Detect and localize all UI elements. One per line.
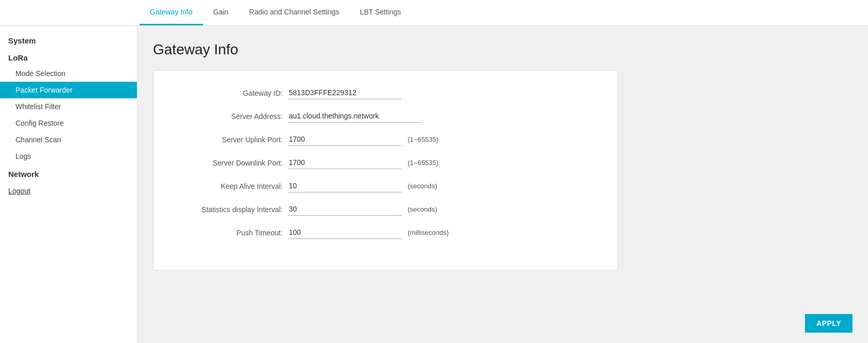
- label-push-timeout: Push Timeout:: [174, 229, 288, 237]
- sidebar-item-channel-scan[interactable]: Channel Scan: [0, 131, 137, 148]
- form-row-server-address: Server Address:: [174, 110, 597, 123]
- gateway-info-form-card: Gateway ID: Server Address: Server Uplin…: [153, 70, 618, 271]
- hint-push-timeout: (milliseconds): [408, 229, 448, 236]
- sidebar-item-config-restore[interactable]: Config Restore: [0, 115, 137, 131]
- input-gateway-id[interactable]: [288, 86, 401, 99]
- hint-statistics-display-interval: (seconds): [408, 205, 437, 213]
- form-row-statistics-display-interval: Statistics display Interval: (seconds): [174, 203, 597, 216]
- hint-server-uplink-port: (1~65535): [408, 136, 439, 143]
- form-row-server-uplink-port: Server Uplink Port: (1~65535): [174, 133, 597, 146]
- label-server-downlink-port: Server Downlink Port:: [174, 159, 288, 167]
- label-keep-alive-interval: Keep Alive Interval:: [174, 182, 288, 190]
- label-gateway-id: Gateway ID:: [174, 89, 288, 97]
- input-server-address[interactable]: [288, 110, 422, 123]
- sidebar-item-logs[interactable]: Logs: [0, 148, 137, 165]
- input-server-uplink-port[interactable]: [288, 133, 401, 146]
- sidebar: System LoRa Mode Selection Packet Forwar…: [0, 26, 137, 343]
- input-statistics-display-interval[interactable]: [288, 203, 401, 216]
- sidebar-item-mode-selection[interactable]: Mode Selection: [0, 65, 137, 82]
- hint-keep-alive-interval: (seconds): [408, 182, 437, 190]
- sidebar-lora-title: LoRa: [0, 48, 137, 65]
- apply-button[interactable]: APPLY: [805, 314, 853, 333]
- content-area: Gateway Info Gateway ID: Server Address:…: [137, 26, 868, 343]
- tab-radio-channel-settings[interactable]: Radio and Channel Settings: [239, 0, 349, 25]
- sidebar-system-title: System: [0, 31, 137, 48]
- main-layout: System LoRa Mode Selection Packet Forwar…: [0, 26, 868, 343]
- form-row-push-timeout: Push Timeout: (milliseconds): [174, 226, 597, 239]
- tab-gateway-info[interactable]: Gateway Info: [140, 0, 203, 25]
- sidebar-network-title: Network: [0, 165, 137, 182]
- input-keep-alive-interval[interactable]: [288, 180, 401, 192]
- input-server-downlink-port[interactable]: [288, 156, 401, 169]
- form-row-keep-alive-interval: Keep Alive Interval: (seconds): [174, 180, 597, 192]
- hint-server-downlink-port: (1~65535): [408, 159, 439, 167]
- page-title: Gateway Info: [153, 41, 853, 58]
- sidebar-logout-link[interactable]: Logout: [0, 182, 137, 200]
- top-tab-bar: Gateway Info Gain Radio and Channel Sett…: [0, 0, 868, 26]
- tab-lbt-settings[interactable]: LBT Settings: [349, 0, 411, 25]
- label-server-address: Server Address:: [174, 112, 288, 121]
- form-row-gateway-id: Gateway ID:: [174, 86, 597, 99]
- label-statistics-display-interval: Statistics display Interval:: [174, 205, 288, 214]
- sidebar-item-whitelist-filter[interactable]: Whitelist Filter: [0, 98, 137, 115]
- input-push-timeout[interactable]: [288, 226, 401, 239]
- tab-gain[interactable]: Gain: [203, 0, 239, 25]
- form-row-server-downlink-port: Server Downlink Port: (1~65535): [174, 156, 597, 169]
- sidebar-item-packet-forwarder[interactable]: Packet Forwarder: [0, 82, 137, 98]
- apply-button-container: APPLY: [805, 314, 853, 333]
- label-server-uplink-port: Server Uplink Port:: [174, 136, 288, 144]
